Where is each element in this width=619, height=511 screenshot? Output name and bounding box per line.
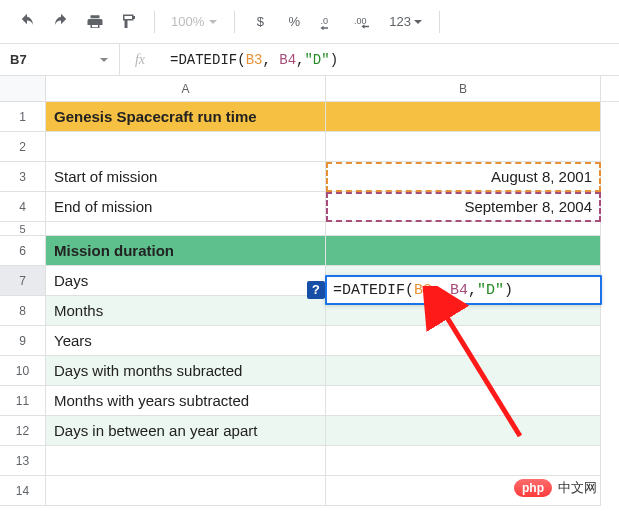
chevron-down-icon: [208, 17, 218, 27]
spreadsheet-grid: A B 1 Genesis Spacecraft run time 2 3 St…: [0, 76, 619, 506]
row-3: 3 Start of mission August 8, 2001: [0, 162, 619, 192]
cell-A5[interactable]: [46, 222, 326, 236]
column-header-stub: [601, 76, 619, 102]
cell-A7[interactable]: Days: [46, 266, 326, 296]
redo-button[interactable]: [48, 9, 74, 35]
cell-A13[interactable]: [46, 446, 326, 476]
formula-arg2: B4: [279, 52, 296, 68]
watermark-badge: php: [514, 479, 552, 497]
row-4: 4 End of mission September 8, 2004: [0, 192, 619, 222]
cell-A9[interactable]: Years: [46, 326, 326, 356]
cell-B13[interactable]: [326, 446, 601, 476]
active-cell-editor[interactable]: ? =DATEDIF(B3, B4,"D"): [325, 275, 602, 305]
cell-A8[interactable]: Months: [46, 296, 326, 326]
cell-A14[interactable]: [46, 476, 326, 506]
row-header-14[interactable]: 14: [0, 476, 46, 506]
cell-A12[interactable]: Days in between an year apart: [46, 416, 326, 446]
more-formats-button[interactable]: 123: [385, 9, 427, 35]
name-box-value: B7: [10, 52, 27, 67]
cell-A3[interactable]: Start of mission: [46, 162, 326, 192]
formula-arg1: B3: [246, 52, 263, 68]
row-5: 5: [0, 222, 619, 236]
row-header-11[interactable]: 11: [0, 386, 46, 416]
toolbar-separator: [154, 11, 155, 33]
cell-B6[interactable]: [326, 236, 601, 266]
row-11: 11 Months with years subtracted: [0, 386, 619, 416]
row-header-8[interactable]: 8: [0, 296, 46, 326]
row-6: 6 Mission duration: [0, 236, 619, 266]
formula-row: B7 fx =DATEDIF(B3, B4,"D"): [0, 44, 619, 76]
row-header-5[interactable]: 5: [0, 222, 46, 236]
cell-B1[interactable]: [326, 102, 601, 132]
cell-B10[interactable]: [326, 356, 601, 386]
fx-icon: fx: [120, 52, 160, 68]
formula-arg3: "D": [304, 52, 329, 68]
editor-prefix: =DATEDIF(: [333, 282, 414, 299]
cell-A2[interactable]: [46, 132, 326, 162]
name-box[interactable]: B7: [0, 44, 120, 75]
column-header-A[interactable]: A: [46, 76, 326, 102]
row-9: 9 Years: [0, 326, 619, 356]
cell-B11[interactable]: [326, 386, 601, 416]
row-header-4[interactable]: 4: [0, 192, 46, 222]
row-13: 13: [0, 446, 619, 476]
row-1: 1 Genesis Spacecraft run time: [0, 102, 619, 132]
cell-A11[interactable]: Months with years subtracted: [46, 386, 326, 416]
formula-comma: ,: [262, 52, 279, 68]
zoom-value: 100%: [171, 14, 204, 29]
cell-A10[interactable]: Days with months subracted: [46, 356, 326, 386]
cell-B9[interactable]: [326, 326, 601, 356]
row-header-2[interactable]: 2: [0, 132, 46, 162]
column-header-B[interactable]: B: [326, 76, 601, 102]
svg-text:.00: .00: [354, 15, 367, 25]
cell-A6[interactable]: Mission duration: [46, 236, 326, 266]
watermark: php 中文网: [514, 479, 597, 497]
cell-A1[interactable]: Genesis Spacecraft run time: [46, 102, 326, 132]
decrease-decimal-button[interactable]: .0: [315, 9, 341, 35]
row-2: 2: [0, 132, 619, 162]
cell-A4[interactable]: End of mission: [46, 192, 326, 222]
cell-B12[interactable]: [326, 416, 601, 446]
select-all-corner[interactable]: [0, 76, 46, 102]
editor-comma: ,: [468, 282, 477, 299]
formula-bar[interactable]: =DATEDIF(B3, B4,"D"): [160, 44, 619, 75]
editor-arg2: B4: [450, 282, 468, 299]
row-header-6[interactable]: 6: [0, 236, 46, 266]
row-header-7[interactable]: 7: [0, 266, 46, 296]
more-formats-label: 123: [389, 14, 411, 29]
editor-arg3: "D": [477, 282, 504, 299]
formula-prefix: =DATEDIF(: [170, 52, 246, 68]
editor-comma: ,: [432, 282, 450, 299]
column-headers: A B: [0, 76, 619, 102]
toolbar-separator: [439, 11, 440, 33]
formula-hint-icon[interactable]: ?: [307, 281, 325, 299]
toolbar-separator: [234, 11, 235, 33]
formula-suffix: ): [330, 52, 338, 68]
paint-format-button[interactable]: [116, 9, 142, 35]
watermark-text: 中文网: [558, 479, 597, 497]
toolbar: 100% $ % .0 .00 123: [0, 0, 619, 44]
chevron-down-icon: [99, 55, 109, 65]
row-header-13[interactable]: 13: [0, 446, 46, 476]
chevron-down-icon: [413, 17, 423, 27]
cell-B5[interactable]: [326, 222, 601, 236]
row-10: 10 Days with months subracted: [0, 356, 619, 386]
increase-decimal-button[interactable]: .00: [349, 9, 377, 35]
svg-text:.0: .0: [321, 15, 329, 25]
format-currency-button[interactable]: $: [247, 9, 273, 35]
row-header-3[interactable]: 3: [0, 162, 46, 192]
cell-B3[interactable]: August 8, 2001: [326, 162, 601, 192]
formula-comma: ,: [296, 52, 304, 68]
row-header-1[interactable]: 1: [0, 102, 46, 132]
zoom-select[interactable]: 100%: [167, 14, 222, 29]
print-button[interactable]: [82, 9, 108, 35]
cell-B2[interactable]: [326, 132, 601, 162]
format-percent-button[interactable]: %: [281, 9, 307, 35]
row-12: 12 Days in between an year apart: [0, 416, 619, 446]
cell-B4[interactable]: September 8, 2004: [326, 192, 601, 222]
editor-suffix: ): [504, 282, 513, 299]
row-header-12[interactable]: 12: [0, 416, 46, 446]
undo-button[interactable]: [14, 9, 40, 35]
row-header-10[interactable]: 10: [0, 356, 46, 386]
row-header-9[interactable]: 9: [0, 326, 46, 356]
